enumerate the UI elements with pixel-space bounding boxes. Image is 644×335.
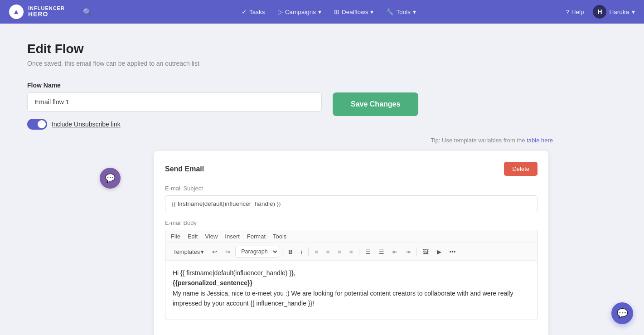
nav-user[interactable]: H Haruka ▾	[593, 5, 635, 19]
insert-media-button[interactable]: ▶	[434, 247, 445, 257]
menu-insert[interactable]: Insert	[225, 233, 240, 240]
flow-name-label: Flow Name	[27, 82, 322, 89]
tip-link[interactable]: table here	[527, 137, 553, 144]
nav-right: ? Help H Haruka ▾	[566, 5, 635, 19]
media-icon: ▶	[437, 248, 441, 255]
dealflows-icon: ⊞	[334, 8, 339, 15]
indent-button[interactable]: ⇥	[402, 247, 414, 257]
templates-dropdown-button[interactable]: Templates ▾	[170, 247, 207, 257]
side-chat-button[interactable]: 💬	[100, 168, 121, 189]
form-section: Flow Name Include Unsubscribe link Save …	[27, 82, 562, 130]
align-right-button[interactable]: ≡	[334, 247, 344, 257]
align-center-button[interactable]: ≡	[323, 247, 333, 257]
app-logo[interactable]: ▲ INFLUENCER HERO	[9, 5, 65, 19]
page-subtitle: Once saved, this email flow can be appli…	[27, 60, 562, 67]
nav-help[interactable]: ? Help	[566, 9, 584, 15]
tasks-icon: ✓	[242, 8, 247, 15]
campaigns-icon: ▷	[278, 8, 283, 15]
nav-center: ✓ Tasks ▷ Campaigns ▾ ⊞ Dealflows ▾ 🔧 To…	[107, 8, 551, 15]
tip-text: Tip: Use template variables from the	[431, 137, 527, 144]
logo-line2: HERO	[28, 11, 65, 18]
form-left: Flow Name Include Unsubscribe link	[27, 82, 322, 130]
image-icon: 🖼	[423, 248, 429, 255]
numbered-list-button[interactable]: ☰	[376, 247, 387, 257]
chevron-down-icon: ▾	[413, 8, 416, 15]
body-section: E-mail Body File Edit View Insert Format…	[165, 219, 537, 320]
menu-format[interactable]: Format	[247, 233, 266, 240]
nav-campaigns[interactable]: ▷ Campaigns ▾	[278, 8, 321, 15]
nav-tools[interactable]: 🔧 Tools ▾	[386, 8, 416, 15]
separator	[416, 248, 417, 256]
toggle-row: Include Unsubscribe link	[27, 119, 322, 130]
justify-button[interactable]: ≡	[346, 247, 356, 257]
nav-dealflows[interactable]: ⊞ Dealflows ▾	[334, 8, 374, 15]
search-icon[interactable]: 🔍	[83, 8, 92, 16]
email-card: Send Email Delete E-mail Subject E-mail …	[154, 151, 548, 335]
align-left-button[interactable]: ≡	[311, 247, 321, 257]
save-changes-button[interactable]: Save Changes	[333, 92, 418, 116]
help-label: Help	[571, 9, 584, 15]
insert-image-button[interactable]: 🖼	[420, 247, 432, 257]
bullet-list-button[interactable]: ☰	[362, 247, 374, 257]
logo-icon: ▲	[9, 5, 24, 19]
undo-icon: ↩	[212, 248, 217, 255]
menu-edit[interactable]: Edit	[188, 233, 198, 240]
chevron-down-icon: ▾	[318, 8, 321, 15]
chevron-down-icon: ▾	[201, 248, 204, 255]
redo-icon: ↪	[225, 248, 230, 255]
navbar: ▲ INFLUENCER HERO 🔍 ✓ Tasks ▷ Campaigns …	[0, 0, 644, 24]
nav-dealflows-label: Dealflows	[342, 9, 368, 15]
user-name: Haruka	[609, 9, 629, 15]
chevron-down-icon: ▾	[370, 8, 373, 15]
menu-file[interactable]: File	[171, 233, 180, 240]
help-icon: ?	[566, 9, 569, 15]
chat-icon: 💬	[105, 173, 115, 183]
bold-button[interactable]: B	[285, 247, 295, 257]
separator	[282, 248, 282, 256]
unsubscribe-toggle[interactable]	[27, 119, 47, 130]
templates-label: Templates	[173, 248, 200, 255]
page-title: Edit Flow	[27, 42, 562, 56]
flow-name-input[interactable]	[27, 92, 322, 112]
italic-button[interactable]: I	[298, 247, 306, 257]
editor-wrapper: File Edit View Insert Format Tools Templ…	[165, 230, 537, 320]
editor-toolbar: Templates ▾ ↩ ↪ Paragraph Heading 1 Head…	[165, 243, 537, 261]
redo-button[interactable]: ↪	[222, 247, 233, 257]
page-content: Edit Flow Once saved, this email flow ca…	[0, 24, 589, 335]
nav-tools-label: Tools	[396, 9, 411, 15]
separator	[308, 248, 309, 256]
nav-tasks-label: Tasks	[249, 9, 265, 15]
subject-label: E-mail Subject	[165, 185, 537, 192]
subject-input[interactable]	[165, 195, 537, 212]
editor-body[interactable]: Hi {{ firstname|default(influencer_handl…	[165, 261, 537, 320]
avatar: H	[593, 5, 606, 19]
body-line-2: {{personalized_sentence}}	[173, 279, 252, 286]
menu-tools[interactable]: Tools	[273, 233, 286, 240]
editor-menubar: File Edit View Insert Format Tools	[165, 230, 537, 243]
outdent-button[interactable]: ⇤	[389, 247, 401, 257]
undo-button[interactable]: ↩	[209, 247, 220, 257]
body-line-1: Hi {{ firstname|default(influencer_handl…	[173, 268, 530, 278]
body-label: E-mail Body	[165, 219, 537, 226]
toggle-slider	[27, 119, 47, 130]
chevron-down-icon: ▾	[632, 8, 635, 15]
nav-tasks[interactable]: ✓ Tasks	[242, 8, 265, 15]
menu-view[interactable]: View	[205, 233, 218, 240]
paragraph-select[interactable]: Paragraph Heading 1 Heading 2	[235, 246, 279, 257]
card-title: Send Email	[165, 165, 204, 173]
chat-bubble-button[interactable]: 💬	[611, 302, 633, 324]
tools-icon: 🔧	[386, 8, 394, 15]
toggle-label[interactable]: Include Unsubscribe link	[52, 121, 121, 128]
more-options-button[interactable]: •••	[446, 247, 459, 257]
body-line-3: My name is Jessica, nice to e-meet you :…	[173, 288, 530, 309]
card-header: Send Email Delete	[165, 162, 537, 176]
subject-section: E-mail Subject	[165, 185, 537, 212]
nav-campaigns-label: Campaigns	[285, 9, 316, 15]
separator	[359, 248, 359, 256]
chat-bubble-icon: 💬	[617, 308, 628, 319]
tip-row: Tip: Use template variables from the tab…	[27, 137, 553, 144]
delete-button[interactable]: Delete	[504, 162, 537, 176]
